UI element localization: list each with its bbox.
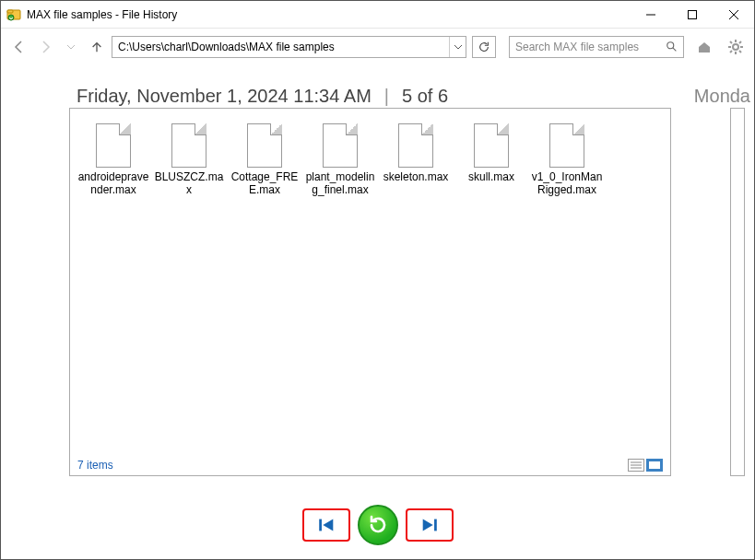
gear-icon[interactable] — [725, 36, 747, 58]
close-button[interactable] — [713, 1, 754, 29]
svg-marker-23 — [323, 519, 333, 531]
file-item[interactable]: BLUSZCZ.max — [151, 118, 227, 203]
file-icon — [171, 123, 206, 168]
details-view-button[interactable] — [628, 459, 644, 472]
file-name: skeleton.max — [383, 171, 449, 184]
status-bar: 7 items — [77, 459, 663, 472]
file-item[interactable]: androidepravender.max — [76, 118, 151, 203]
svg-line-16 — [739, 41, 741, 43]
navigation-controls — [0, 505, 755, 545]
file-grid: androidepravender.maxBLUSZCZ.maxCottage_… — [76, 118, 665, 203]
next-version-peek: Monda — [694, 86, 750, 107]
recent-dropdown[interactable] — [60, 36, 82, 58]
svg-point-2 — [8, 15, 14, 20]
file-item[interactable]: skeleton.max — [378, 118, 454, 203]
thumbnail-view-button[interactable] — [646, 459, 663, 472]
address-dropdown[interactable] — [449, 37, 466, 57]
file-icon — [474, 123, 509, 168]
maximize-button[interactable] — [671, 1, 713, 29]
file-item[interactable]: v1_0_IronManRigged.max — [529, 118, 605, 203]
file-name: plant_modeling_finel.max — [304, 171, 376, 197]
up-button[interactable] — [86, 36, 108, 58]
address-input[interactable] — [112, 41, 449, 53]
svg-point-9 — [733, 44, 738, 50]
file-icon — [323, 123, 358, 168]
file-icon — [549, 123, 584, 168]
file-name: Cottage_FREE.max — [229, 171, 301, 197]
app-icon — [6, 7, 21, 22]
item-count: 7 items — [77, 459, 113, 472]
file-name: BLUSZCZ.max — [153, 171, 225, 197]
view-toggle — [628, 459, 663, 472]
file-icon — [96, 123, 131, 168]
address-bar[interactable] — [112, 36, 466, 58]
svg-point-7 — [667, 42, 674, 49]
svg-rect-21 — [649, 461, 660, 469]
timestamp-label: Friday, November 1, 2024 11:34 AM — [77, 86, 372, 107]
position-label: 5 of 6 — [402, 86, 448, 107]
svg-rect-1 — [7, 10, 13, 13]
svg-line-17 — [730, 51, 732, 52]
svg-line-14 — [730, 41, 732, 43]
minimize-button[interactable] — [630, 1, 671, 29]
file-item[interactable]: Cottage_FREE.max — [227, 118, 302, 203]
next-panel-peek[interactable] — [730, 108, 745, 476]
titlebar: MAX file samples - File History — [1, 1, 754, 29]
restore-button[interactable] — [358, 505, 398, 545]
file-panel: androidepravender.maxBLUSZCZ.maxCottage_… — [69, 108, 671, 476]
search-input[interactable] — [510, 41, 661, 53]
home-icon[interactable] — [693, 36, 715, 58]
version-header: Friday, November 1, 2024 11:34 AM | 5 of… — [77, 86, 680, 107]
svg-line-15 — [739, 51, 741, 52]
back-button[interactable] — [8, 36, 30, 58]
previous-version-button[interactable] — [302, 508, 350, 542]
svg-rect-4 — [688, 10, 696, 18]
file-icon — [247, 123, 282, 168]
file-name: skull.max — [468, 171, 514, 184]
file-icon — [398, 123, 433, 168]
file-item[interactable]: skull.max — [454, 118, 529, 203]
svg-line-8 — [673, 48, 677, 52]
file-name: v1_0_IronManRigged.max — [531, 171, 603, 197]
window-title: MAX file samples - File History — [27, 8, 630, 21]
refresh-button[interactable] — [472, 36, 496, 58]
search-box[interactable] — [509, 36, 684, 58]
next-version-button[interactable] — [406, 508, 454, 542]
file-name: androidepravender.max — [77, 171, 149, 197]
file-item[interactable]: plant_modeling_finel.max — [302, 118, 378, 203]
forward-button[interactable] — [34, 36, 56, 58]
main-area: Friday, November 1, 2024 11:34 AM | 5 of… — [1, 65, 754, 498]
svg-marker-24 — [422, 519, 432, 531]
toolbar — [1, 29, 754, 65]
search-icon[interactable] — [661, 41, 683, 53]
